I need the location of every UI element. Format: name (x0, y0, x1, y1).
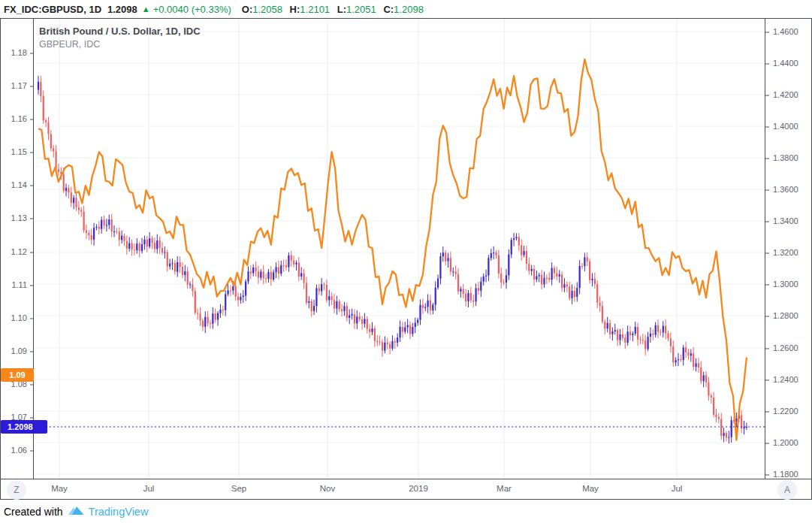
open-value: 1.2058 (252, 4, 282, 15)
time-axis-label: May (51, 484, 68, 493)
right-axis-tick: 1.2800 (765, 312, 798, 320)
price-change: +0.0040 (+0.33%) (153, 4, 231, 15)
left-axis-tick: 1.11 (1, 281, 34, 289)
right-axis-tick: 1.4400 (765, 59, 798, 68)
overlay-series-title[interactable]: GBPEUR, IDC (39, 39, 201, 50)
created-with-text: Created with (4, 506, 63, 518)
close-label: C: (383, 4, 394, 15)
low-label: L: (337, 4, 346, 15)
right-axis-tick: 1.3000 (765, 280, 798, 289)
tradingview-chart-widget: FX_IDC:GBPUSD, 1D 1.2098 ▲ +0.0040 (+0.3… (0, 0, 812, 523)
right-axis-tick: 1.2200 (765, 407, 798, 416)
close-value: 1.2098 (394, 4, 424, 15)
left-axis-tick: 1.16 (1, 115, 34, 123)
up-triangle-icon: ▲ (142, 5, 150, 14)
left-axis-tick: 1.06 (1, 446, 34, 455)
time-axis-label: Nov (320, 484, 335, 493)
left-axis-tick: 1.17 (1, 82, 34, 90)
time-axis-label: Sep (231, 484, 246, 493)
right-price-axis[interactable]: 1.46001.44001.42001.40001.38001.36001.34… (765, 19, 811, 479)
right-axis-tick: 1.2000 (765, 439, 798, 447)
chart-legend: British Pound / U.S. Dollar, 1D, IDC GBP… (39, 26, 201, 50)
left-axis-tick: 1.15 (1, 148, 34, 156)
last-price: 1.2098 (107, 4, 137, 15)
low-value: 1.2051 (346, 4, 376, 15)
right-axis-tick: 1.2600 (765, 344, 798, 352)
left-axis-tick: 1.18 (1, 49, 34, 57)
right-axis-tick: 1.3400 (765, 217, 798, 225)
gbpusd-candle-series (38, 76, 747, 443)
time-axis-label: Jul (143, 484, 155, 493)
left-axis-tick: 1.13 (1, 214, 34, 222)
left-axis-tick: 1.12 (1, 248, 34, 256)
tradingview-logo-icon (68, 504, 84, 518)
right-axis-tick: 1.3200 (765, 249, 798, 257)
ohlc-values: O:1.2058 H:1.2101 L:1.2051 C:1.2098 (237, 4, 424, 15)
gbpeur-price-badge: 1.09 (1, 368, 34, 382)
symbol-name[interactable]: FX_IDC:GBPUSD, 1D (4, 4, 101, 15)
symbol-info-bar: FX_IDC:GBPUSD, 1D 1.2098 ▲ +0.0040 (+0.3… (0, 0, 812, 18)
right-axis-tick: 1.4600 (765, 28, 798, 36)
main-series-title[interactable]: British Pound / U.S. Dollar, 1D, IDC (39, 26, 201, 37)
auto-scale-button[interactable]: A (777, 480, 797, 500)
gridlines (35, 19, 765, 479)
high-value: 1.2101 (300, 4, 330, 15)
tradingview-brand-text[interactable]: TradingView (89, 506, 149, 518)
high-label: H: (290, 4, 300, 15)
right-axis-tick: 1.3600 (765, 186, 798, 194)
right-axis-tick: 1.3800 (765, 154, 798, 162)
left-axis-tick: 1.09 (1, 347, 34, 355)
left-price-axis[interactable]: 1.181.171.161.151.141.131.121.111.101.09… (1, 19, 34, 479)
time-axis-label: Jul (672, 484, 683, 493)
time-axis[interactable]: MayJulSepNov2019MarMayJul (1, 479, 811, 499)
gbpusd-price-badge: 1.2098 (1, 420, 47, 434)
right-axis-tick: 1.4200 (765, 91, 798, 99)
price-chart-canvas[interactable] (35, 19, 765, 479)
timezone-button[interactable]: Z (7, 480, 26, 500)
right-axis-tick: 1.4000 (765, 122, 798, 131)
open-label: O: (242, 4, 252, 15)
attribution-footer: Created with TradingView (0, 500, 812, 523)
right-axis-tick: 1.2400 (765, 376, 798, 384)
right-axis-tick: 1.1800 (765, 470, 798, 479)
left-axis-tick: 1.14 (1, 181, 34, 189)
time-axis-label: 2019 (409, 484, 428, 493)
left-axis-tick: 1.10 (1, 314, 34, 322)
time-axis-label: May (582, 484, 599, 493)
time-axis-label: Mar (497, 484, 512, 493)
chart-frame: British Pound / U.S. Dollar, 1D, IDC GBP… (0, 18, 812, 500)
